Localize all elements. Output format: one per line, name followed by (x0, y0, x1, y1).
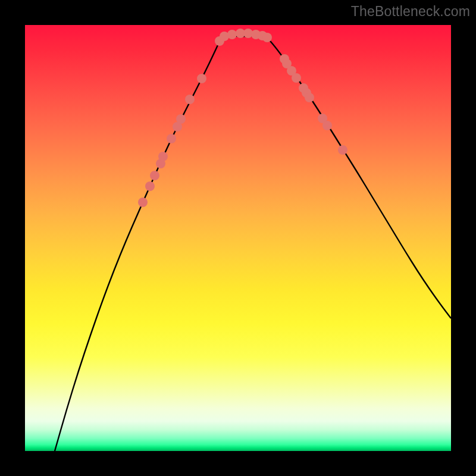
data-marker (227, 30, 237, 39)
data-marker (292, 73, 301, 83)
data-marker (338, 145, 347, 155)
data-marker (176, 114, 186, 124)
chart-frame: TheBottleneck.com (0, 0, 476, 476)
data-marker (197, 74, 206, 83)
data-marker (138, 198, 148, 207)
data-marker (262, 33, 272, 42)
data-marker (322, 121, 332, 130)
data-markers (138, 29, 347, 207)
chart-svg (25, 25, 451, 451)
watermark-text: TheBottleneck.com (351, 4, 470, 20)
data-marker (158, 152, 168, 161)
data-marker (167, 134, 176, 143)
data-marker (185, 95, 195, 104)
left-curve (55, 37, 221, 451)
plot-area (25, 25, 451, 451)
data-marker (145, 181, 155, 191)
data-marker (305, 93, 314, 102)
curve-group (55, 35, 451, 451)
data-marker (150, 171, 159, 180)
